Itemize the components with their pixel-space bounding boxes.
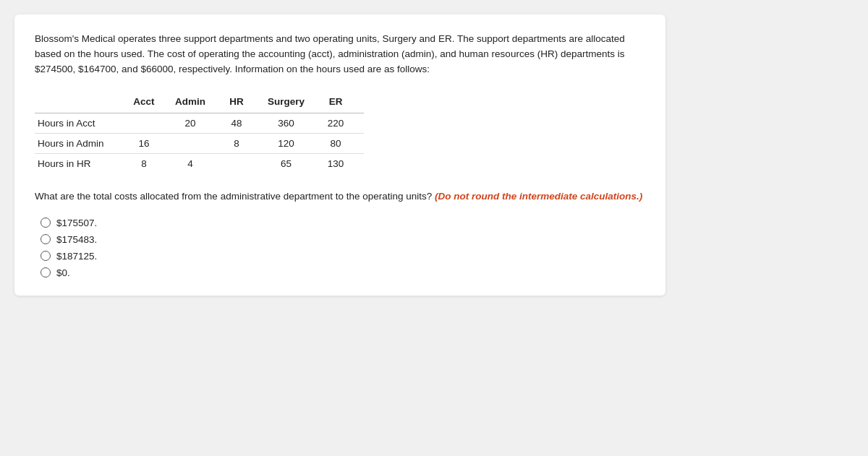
- row-surgery: 65: [265, 153, 320, 173]
- header-surgery: Surgery: [265, 92, 320, 113]
- row-surgery: 360: [265, 113, 320, 133]
- description-text: Blossom's Medical operates three support…: [35, 32, 645, 77]
- row-hr: [221, 153, 265, 173]
- question-block: What are the total costs allocated from …: [35, 189, 645, 205]
- row-label: Hours in Admin: [35, 133, 129, 153]
- header-hr: HR: [221, 92, 265, 113]
- main-card: Blossom's Medical operates three support…: [14, 14, 665, 296]
- row-acct: 16: [129, 133, 172, 153]
- option-label: $175483.: [56, 234, 97, 245]
- row-label: Hours in HR: [35, 153, 129, 173]
- option-label: $0.: [56, 267, 70, 278]
- row-hr: 48: [221, 113, 265, 133]
- table-row: Hours in Admin16812080: [35, 133, 364, 153]
- table-row: Hours in Acct2048360220: [35, 113, 364, 133]
- answer-options: $175507.$175483.$187125.$0.: [35, 218, 645, 278]
- radio-circle[interactable]: [41, 267, 51, 278]
- row-surgery: 120: [265, 133, 320, 153]
- data-table-wrapper: Acct Admin HR Surgery ER Hours in Acct20…: [35, 92, 645, 173]
- option-item[interactable]: $175507.: [41, 218, 645, 228]
- row-er: 80: [320, 133, 364, 153]
- table-row: Hours in HR8465130: [35, 153, 364, 173]
- row-admin: 4: [172, 153, 221, 173]
- option-item[interactable]: $187125.: [41, 251, 645, 262]
- option-item[interactable]: $0.: [41, 267, 645, 278]
- row-acct: 8: [129, 153, 172, 173]
- header-acct: Acct: [129, 92, 172, 113]
- row-er: 220: [320, 113, 364, 133]
- option-label: $175507.: [56, 218, 97, 228]
- row-admin: 20: [172, 113, 221, 133]
- row-label: Hours in Acct: [35, 113, 129, 133]
- row-er: 130: [320, 153, 364, 173]
- option-label: $187125.: [56, 251, 97, 262]
- radio-circle[interactable]: [41, 218, 51, 228]
- option-item[interactable]: $175483.: [41, 234, 645, 245]
- question-emphasis: (Do not round the intermediate calculati…: [435, 191, 642, 202]
- row-acct: [129, 113, 172, 133]
- hours-table: Acct Admin HR Surgery ER Hours in Acct20…: [35, 92, 364, 173]
- header-label: [35, 92, 129, 113]
- question-text: What are the total costs allocated from …: [35, 191, 432, 202]
- header-admin: Admin: [172, 92, 221, 113]
- header-er: ER: [320, 92, 364, 113]
- row-hr: 8: [221, 133, 265, 153]
- row-admin: [172, 133, 221, 153]
- radio-circle[interactable]: [41, 251, 51, 261]
- radio-circle[interactable]: [41, 234, 51, 244]
